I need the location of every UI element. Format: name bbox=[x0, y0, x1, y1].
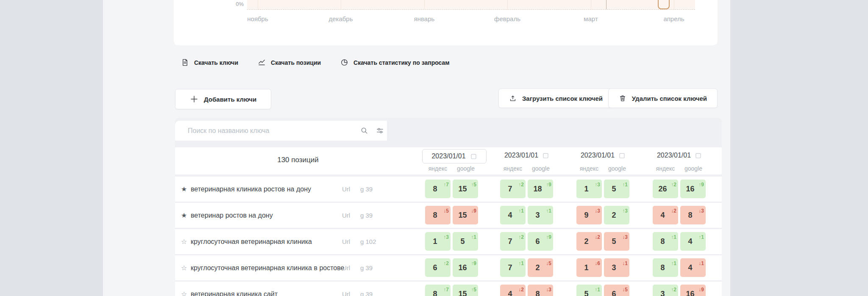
calendar-icon[interactable] bbox=[542, 152, 549, 159]
date-picker-1[interactable]: 2023/01/01 bbox=[422, 149, 487, 163]
position-cell[interactable]: 15↑5 bbox=[453, 180, 478, 198]
position-delta: ↑2 bbox=[671, 182, 676, 188]
date-column-2: 2023/01/01 яндекс google bbox=[499, 147, 554, 174]
download-keys-link[interactable]: Скачать ключи bbox=[181, 58, 238, 66]
position-delta: ↑3 bbox=[595, 182, 600, 188]
position-delta: ↑2 bbox=[443, 260, 449, 266]
position-cell[interactable]: 4↓2 bbox=[653, 206, 678, 224]
position-cell[interactable]: 15↓9 bbox=[453, 206, 478, 224]
position-cell[interactable]: 4↑1 bbox=[680, 232, 706, 251]
position-value: 5 bbox=[576, 285, 596, 296]
calendar-icon[interactable] bbox=[695, 152, 702, 159]
position-cell[interactable]: 1↑3 bbox=[576, 180, 602, 198]
upload-keys-label: Загрузить список ключей bbox=[522, 95, 603, 102]
position-cell[interactable]: 5↓3 bbox=[604, 232, 629, 251]
position-cell[interactable]: 8↓3 bbox=[528, 285, 553, 296]
position-cell[interactable]: 8↓3 bbox=[680, 206, 706, 224]
date-picker-4[interactable]: 2023/01/01 bbox=[648, 152, 711, 159]
position-cell[interactable]: 16↑9 bbox=[453, 258, 478, 277]
position-cell[interactable]: 7↑2 bbox=[500, 232, 526, 251]
position-delta: ↑2 bbox=[518, 182, 524, 188]
download-positions-label: Скачать позиции bbox=[271, 59, 321, 66]
download-keys-label: Скачать ключи bbox=[194, 59, 238, 66]
calendar-icon[interactable] bbox=[618, 152, 626, 159]
position-delta: ↑1 bbox=[518, 260, 524, 266]
delete-keys-label: Удалить список ключей bbox=[632, 95, 707, 102]
position-cell[interactable]: 8↑7 bbox=[425, 285, 451, 296]
position-cell[interactable]: 2↑3 bbox=[604, 206, 629, 224]
keyword-name[interactable]: круглосуточная ветеринарная клиника в ро… bbox=[191, 255, 344, 280]
search-input[interactable] bbox=[175, 121, 387, 141]
filter-sliders-icon[interactable] bbox=[376, 127, 384, 136]
keyword-name[interactable]: ветеринар ростов на дону bbox=[191, 203, 273, 228]
url-link[interactable]: Url bbox=[342, 203, 350, 228]
position-cell[interactable]: 26↑2 bbox=[653, 180, 678, 198]
favorite-star-icon[interactable]: ☆ bbox=[181, 282, 187, 296]
position-cell[interactable]: 5↑1 bbox=[604, 180, 629, 198]
position-cell[interactable]: 6↓5 bbox=[604, 285, 629, 296]
keyword-name[interactable]: ветеринарная клиника ростов на дону bbox=[191, 177, 311, 202]
position-cell[interactable]: 3↓1 bbox=[604, 258, 629, 277]
position-cell[interactable]: 18↑9 bbox=[528, 180, 553, 198]
download-stats-label: Скачать статистику по запросам bbox=[353, 59, 450, 66]
position-delta: ↑1 bbox=[671, 234, 676, 240]
position-cell[interactable]: 8↑7 bbox=[425, 180, 451, 198]
add-keys-button[interactable]: Добавить ключи bbox=[175, 89, 271, 109]
gridline bbox=[258, 0, 258, 9]
position-cell[interactable]: 5↑1 bbox=[453, 232, 478, 251]
position-cell[interactable]: 3↑2 bbox=[653, 285, 678, 296]
search-icon[interactable] bbox=[360, 127, 368, 136]
url-link[interactable]: Url bbox=[342, 229, 350, 254]
position-cell[interactable]: 9↓3 bbox=[576, 206, 602, 224]
position-value: 16 bbox=[680, 180, 700, 198]
position-cell[interactable]: 4↓2 bbox=[500, 285, 526, 296]
engine-label-yandex: яндекс bbox=[652, 165, 679, 172]
position-value: 3 bbox=[653, 285, 673, 296]
url-link[interactable]: Url bbox=[342, 177, 350, 202]
keyword-name[interactable]: ветеринарная клиника сайт bbox=[191, 282, 278, 296]
upload-keys-button[interactable]: Загрузить список ключей bbox=[498, 89, 613, 108]
position-cell[interactable]: 2↓2 bbox=[576, 232, 602, 251]
download-positions-link[interactable]: Скачать позиции bbox=[258, 58, 321, 66]
position-cell[interactable]: 6↑2 bbox=[425, 258, 451, 277]
position-cell[interactable]: 8↓5 bbox=[425, 206, 451, 224]
position-cell[interactable]: 1↓6 bbox=[576, 258, 602, 277]
position-cell[interactable]: 4↑1 bbox=[500, 206, 526, 224]
position-cell[interactable]: 6↑9 bbox=[528, 232, 553, 251]
y-axis-tick: 0% bbox=[226, 1, 244, 7]
favorite-star-icon[interactable]: ☆ bbox=[181, 255, 187, 280]
chart-plot-area[interactable] bbox=[247, 0, 695, 10]
position-value: 4 bbox=[680, 258, 700, 277]
position-cell[interactable]: 3↑1 bbox=[528, 206, 553, 224]
positions-table-card: 130 позиций 2023/01/01 яндекс google 202… bbox=[175, 118, 722, 296]
position-cell[interactable]: 16↑9 bbox=[680, 180, 706, 198]
group-label: g 39 bbox=[360, 203, 373, 228]
position-value: 6 bbox=[425, 258, 445, 277]
download-stats-link[interactable]: Скачать статистику по запросам bbox=[340, 58, 450, 66]
date-picker-3[interactable]: 2023/01/01 bbox=[571, 152, 635, 159]
delete-keys-button[interactable]: Удалить список ключей bbox=[608, 89, 718, 108]
position-value: 8 bbox=[425, 180, 445, 198]
calendar-icon[interactable] bbox=[470, 153, 477, 160]
url-link[interactable]: Url bbox=[342, 255, 350, 280]
position-cell[interactable]: 1↑3 bbox=[425, 232, 451, 251]
engine-label-google: google bbox=[452, 165, 479, 172]
position-cell[interactable]: 7↑2 bbox=[500, 180, 526, 198]
favorite-star-icon[interactable]: ★ bbox=[181, 177, 187, 202]
date-picker-2[interactable]: 2023/01/01 bbox=[495, 152, 559, 159]
position-delta: ↓5 bbox=[546, 260, 551, 266]
position-cell[interactable]: 8↑1 bbox=[653, 258, 678, 277]
keyword-name[interactable]: круглосуточная ветеринарная клиника bbox=[191, 229, 312, 254]
favorite-star-icon[interactable]: ☆ bbox=[181, 229, 187, 254]
position-value: 1 bbox=[576, 180, 596, 198]
position-cell[interactable]: 16↓9 bbox=[680, 285, 706, 296]
position-cell[interactable]: 2↓5 bbox=[528, 258, 553, 277]
favorite-star-icon[interactable]: ★ bbox=[181, 203, 187, 228]
position-cell[interactable]: 15↑5 bbox=[453, 285, 478, 296]
position-delta: ↓5 bbox=[622, 287, 628, 293]
position-cell[interactable]: 4↓1 bbox=[680, 258, 706, 277]
position-cell[interactable]: 5↑1 bbox=[576, 285, 602, 296]
position-cell[interactable]: 7↑1 bbox=[500, 258, 526, 277]
url-link[interactable]: Url bbox=[342, 282, 350, 296]
position-cell[interactable]: 8↑1 bbox=[653, 232, 678, 251]
